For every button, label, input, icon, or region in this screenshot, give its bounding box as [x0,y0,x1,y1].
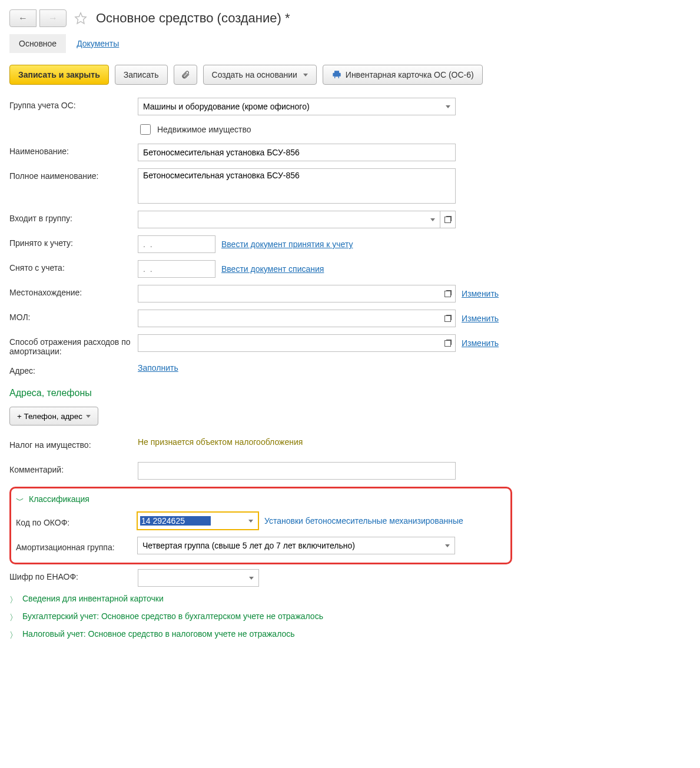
bu-section-toggle[interactable]: 〉 Бухгалтерский учет: Основное средство … [9,611,691,623]
in-group-input[interactable] [138,211,425,228]
comment-label: Комментарий: [9,462,138,474]
tab-documents[interactable]: Документы [67,34,128,53]
enaof-label: Шифр по ЕНАОФ: [9,569,138,581]
location-input[interactable] [138,285,440,302]
amort-group-label: Амортизационная группа: [16,540,137,552]
save-and-close-button[interactable]: Записать и закрыть [9,65,109,85]
mol-label: МОЛ: [9,310,138,322]
arrow-left-icon: ← [18,13,28,24]
mol-change-link[interactable]: Изменить [462,314,499,323]
address-label: Адрес: [9,363,138,375]
okof-description-link[interactable]: Установки бетоносмесительные механизиров… [264,516,463,526]
open-icon [444,217,451,223]
chevron-right-icon: 〉 [9,630,18,641]
page-title: Основное средство (создание) * [96,11,290,26]
enaof-input[interactable] [138,569,244,587]
classification-highlight-box: ﹀ Классификация Код по ОКОФ: 14 2924625 … [9,487,512,564]
address-fill-link[interactable]: Заполнить [138,363,178,373]
chevron-down-icon: ﹀ [16,496,24,506]
favorite-star-button[interactable] [72,10,89,26]
accounting-group-dropdown-button[interactable] [440,98,456,115]
mol-input[interactable] [138,310,440,327]
expense-method-label: Способ отражения расходов по амортизации… [9,334,138,356]
open-icon [444,340,451,347]
add-phone-address-button[interactable]: + Телефон, адрес [9,407,98,425]
accepted-document-link[interactable]: Ввести документ принятия к учету [221,240,353,249]
chevron-down-icon [445,544,450,547]
paperclip-icon [181,69,190,80]
removed-label: Снято с учета: [9,260,138,272]
location-change-link[interactable]: Изменить [462,289,499,298]
nav-forward-button[interactable]: → [39,9,67,27]
chevron-right-icon: 〉 [9,595,18,606]
location-open-button[interactable] [440,285,456,302]
comment-input[interactable] [138,462,456,480]
expense-method-change-link[interactable]: Изменить [462,338,499,348]
in-group-dropdown-button[interactable] [425,211,440,228]
okof-label: Код по ОКОФ: [16,515,137,527]
chevron-down-icon [430,218,435,221]
chevron-down-icon [248,520,253,523]
property-tax-label: Налог на имущество: [9,437,138,450]
nav-back-button[interactable]: ← [9,9,37,27]
open-icon [444,315,451,322]
property-tax-value: Не признается объектом налогообложения [138,437,303,447]
location-label: Местонахождение: [9,285,138,297]
open-icon [444,291,451,297]
inventory-section-toggle[interactable]: 〉 Сведения для инвентарной карточки [9,594,691,606]
accounting-group-label: Группа учета ОС: [9,98,138,110]
accepted-label: Принято к учету: [9,235,138,248]
in-group-label: Входит в группу: [9,211,138,223]
amort-group-input[interactable] [137,537,440,554]
okof-dropdown-button[interactable] [243,512,258,530]
save-button[interactable]: Записать [115,65,168,85]
expense-method-open-button[interactable] [440,334,456,352]
full-name-textarea[interactable] [138,168,456,204]
full-name-label: Полное наименование: [9,168,138,181]
star-icon [74,12,87,25]
name-input[interactable] [138,144,456,161]
classification-toggle[interactable]: ﹀ Классификация [16,494,506,506]
amort-group-dropdown-button[interactable] [440,537,455,554]
real-estate-label: Недвижимое имущество [157,125,251,134]
chevron-right-icon: 〉 [9,613,18,623]
expense-method-input[interactable] [138,334,440,352]
printer-icon [331,70,342,79]
chevron-down-icon [249,577,254,580]
nu-section-toggle[interactable]: 〉 Налоговый учет: Основное средство в на… [9,629,691,641]
real-estate-checkbox[interactable] [140,124,151,135]
tab-main[interactable]: Основное [9,34,66,53]
inventory-card-button[interactable]: Инвентарная карточка ОС (ОС-6) [323,65,483,85]
name-label: Наименование: [9,144,138,156]
addresses-phones-section: Адреса, телефоны [9,388,691,398]
svg-marker-0 [75,13,86,24]
removed-document-link[interactable]: Ввести документ списания [221,264,324,274]
chevron-down-icon [446,105,450,108]
create-based-on-button[interactable]: Создать на основании [203,65,317,85]
accepted-date-input[interactable] [138,235,215,253]
okof-input[interactable]: 14 2924625 [137,512,243,530]
arrow-right-icon: → [48,13,58,24]
chevron-down-icon [86,415,91,418]
mol-open-button[interactable] [440,310,456,327]
accounting-group-input[interactable] [138,98,440,115]
removed-date-input[interactable] [138,260,215,278]
enaof-dropdown-button[interactable] [244,569,259,587]
attachments-button[interactable] [174,65,197,85]
in-group-open-button[interactable] [440,211,456,228]
